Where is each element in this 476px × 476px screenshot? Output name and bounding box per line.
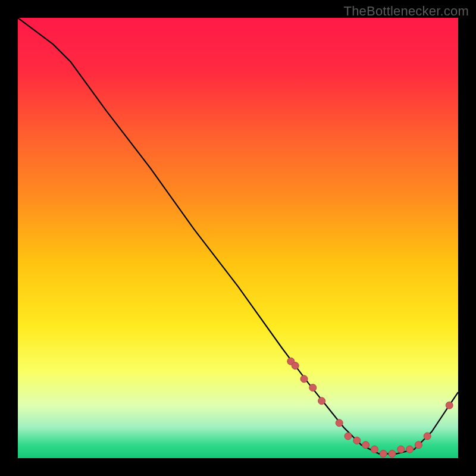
marker-point — [362, 441, 369, 449]
marker-point — [446, 402, 453, 409]
marker-point — [336, 419, 343, 427]
marker-point — [318, 397, 325, 405]
marker-point — [371, 446, 378, 453]
chart-svg — [18, 18, 458, 458]
marker-point — [292, 362, 299, 369]
marker-point — [389, 450, 396, 458]
marker-point — [424, 433, 431, 440]
marker-point — [353, 437, 361, 444]
watermark-text: TheBottlenecker.com — [344, 4, 469, 19]
marker-point — [406, 446, 414, 453]
marker-point — [345, 433, 352, 440]
chart-stage: TheBottlenecker.com — [0, 0, 476, 476]
chart-background — [18, 18, 458, 458]
marker-point — [397, 446, 405, 453]
chart-plot — [18, 18, 458, 458]
marker-point — [380, 450, 387, 458]
marker-point — [415, 441, 422, 449]
marker-point — [300, 375, 308, 383]
marker-point — [309, 384, 317, 392]
